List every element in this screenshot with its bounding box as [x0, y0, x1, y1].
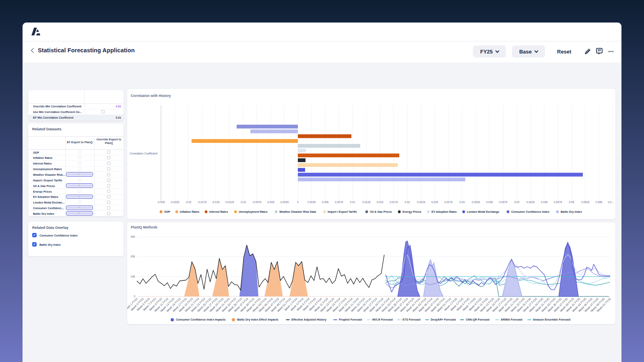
svg-text:EV Adoption Rates: EV Adoption Rates: [431, 210, 457, 214]
svg-text:Amazon Ensemble Forecast: Amazon Ensemble Forecast: [533, 318, 571, 321]
svg-text:0.0375: 0.0375: [499, 201, 508, 204]
svg-text:0.0525: 0.0525: [581, 201, 590, 204]
svg-text:London Metal Exchange: London Metal Exchange: [467, 210, 500, 214]
svg-text:0.0125: 0.0125: [362, 201, 371, 204]
svg-text:0.03: 0.03: [460, 201, 465, 204]
svg-text:Inflation Rates: Inflation Rates: [180, 210, 199, 213]
svg-text:Prophet Forecast: Prophet Forecast: [339, 318, 362, 321]
svg-text:0.05: 0.05: [569, 201, 574, 204]
svg-text:0.055: 0.055: [596, 201, 603, 204]
svg-text:-0.015: -0.015: [212, 201, 220, 204]
svg-text:-0.025: -0.025: [157, 201, 165, 204]
svg-text:-0.0175: -0.0175: [198, 201, 207, 204]
svg-text:0.0325: 0.0325: [472, 201, 480, 204]
svg-text:0.0175: 0.0175: [390, 201, 398, 204]
svg-text:30K: 30K: [130, 235, 135, 238]
svg-text:0.0225: 0.0225: [417, 201, 425, 204]
svg-text:-0.0225: -0.0225: [170, 201, 180, 204]
svg-text:Oil & Gas Prices: Oil & Gas Prices: [370, 210, 392, 213]
svg-text:ARIMA Forecast: ARIMA Forecast: [501, 318, 522, 321]
svg-text:0.0475: 0.0475: [554, 201, 562, 204]
svg-text:-0.0075: -0.0075: [252, 201, 262, 204]
svg-text:Consumer Confidence Index: Consumer Confidence Index: [511, 210, 549, 213]
svg-text:-0.02: -0.02: [185, 201, 191, 204]
svg-text:0.005: 0.005: [322, 201, 329, 204]
svg-text:0.0...: 0.0...: [608, 201, 614, 204]
svg-text:Weather Disaster Risk Data: Weather Disaster Risk Data: [279, 210, 316, 213]
svg-text:0.035: 0.035: [486, 201, 493, 204]
svg-text:0: 0: [297, 201, 299, 204]
svg-text:0.015: 0.015: [377, 201, 384, 204]
svg-text:0.04: 0.04: [514, 201, 520, 204]
svg-text:DeepAR+ Forecast: DeepAR+ Forecast: [431, 318, 456, 321]
svg-text:-0.01: -0.01: [240, 201, 246, 204]
svg-text:CNN-QR Forecast: CNN-QR Forecast: [466, 318, 490, 321]
svg-text:Interest Rates: Interest Rates: [209, 210, 228, 213]
svg-text:Correlation with History: Correlation with History: [131, 94, 171, 98]
svg-text:0.0275: 0.0275: [444, 201, 453, 204]
svg-text:Baltic Dry Index Effect Impact: Baltic Dry Index Effect Impacts: [237, 318, 279, 321]
svg-text:0.0075: 0.0075: [335, 201, 343, 204]
svg-text:0.01: 0.01: [350, 201, 355, 204]
svg-text:-0.0125: -0.0125: [225, 201, 234, 204]
svg-text:ETS Forecast: ETS Forecast: [402, 318, 421, 321]
svg-text:Effective Adjusted History: Effective Adjusted History: [291, 318, 326, 321]
svg-text:Unemployment Rates: Unemployment Rates: [239, 210, 268, 214]
svg-text:0.0025: 0.0025: [308, 201, 316, 204]
svg-text:PlanIQ Methods: PlanIQ Methods: [131, 225, 158, 229]
svg-text:MVLR Forecast: MVLR Forecast: [372, 318, 393, 321]
svg-text:0.02: 0.02: [405, 201, 410, 204]
svg-text:0.0425: 0.0425: [526, 201, 535, 204]
svg-text:0.025: 0.025: [431, 201, 438, 204]
svg-text:Energy Prices: Energy Prices: [402, 210, 421, 214]
svg-text:Consumer Confidence Index Impa: Consumer Confidence Index Impacts: [176, 318, 225, 321]
svg-text:GDP: GDP: [164, 210, 171, 213]
svg-text:0.045: 0.045: [541, 201, 548, 204]
svg-text:Import / Export Tariffs: Import / Export Tariffs: [328, 210, 357, 214]
svg-text:0: 0: [134, 295, 135, 298]
svg-text:-0.005: -0.005: [267, 201, 275, 204]
svg-text:20K: 20K: [130, 255, 135, 258]
svg-text:Baltic Dry Index: Baltic Dry Index: [561, 210, 582, 214]
svg-text:10K: 10K: [130, 275, 135, 278]
svg-text:-0.0025: -0.0025: [280, 201, 289, 204]
svg-text:Correlation Coefficient: Correlation Coefficient: [130, 152, 157, 155]
